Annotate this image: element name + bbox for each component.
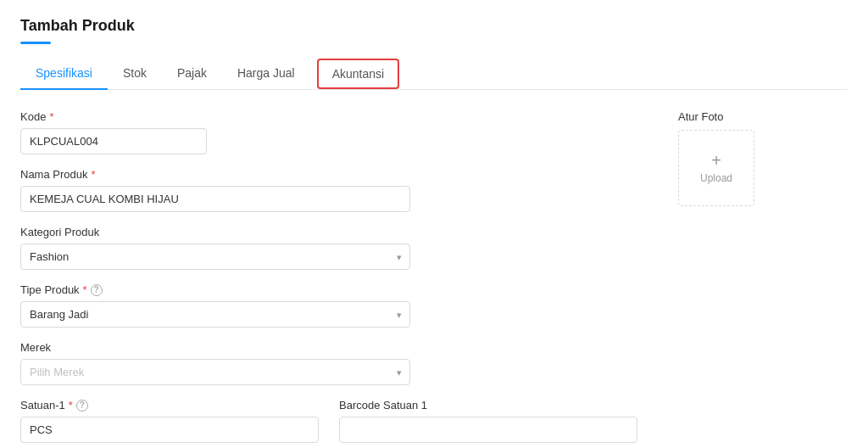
satuan-help-icon[interactable]: ? (76, 400, 88, 412)
barcode-input[interactable] (339, 417, 637, 443)
merek-label: Merek (20, 341, 637, 354)
kode-group: Kode * (20, 110, 637, 154)
upload-label: Upload (700, 172, 732, 184)
tab-stok[interactable]: Stok (108, 58, 162, 90)
page-header: Tambah Produk (20, 17, 848, 44)
kategori-select[interactable]: Fashion (20, 244, 410, 270)
satuan-barcode-row: Satuan-1 * ? Barcode Satuan 1 (20, 399, 637, 448)
page-container: Tambah Produk Spesifikasi Stok Pajak Har… (0, 0, 868, 448)
merek-select-wrapper: Pilih Merek ▾ (20, 359, 410, 385)
tipe-select-wrapper: Barang Jadi ▾ (20, 301, 410, 328)
tab-pajak[interactable]: Pajak (162, 58, 222, 90)
tipe-produk-group: Tipe Produk * ? Barang Jadi ▾ (20, 283, 637, 328)
kategori-select-wrapper: Fashion ▾ (20, 244, 410, 270)
kode-input[interactable] (20, 128, 207, 154)
merek-group: Merek Pilih Merek ▾ (20, 341, 637, 385)
upload-plus-icon: + (711, 152, 721, 169)
merek-select[interactable]: Pilih Merek (20, 359, 410, 385)
nama-produk-input[interactable] (20, 186, 410, 212)
tab-akuntansi[interactable]: Akuntansi (317, 59, 399, 89)
form-right: Atur Foto + Upload (678, 110, 848, 448)
form-layout: Kode * Nama Produk * Kategori Produk (20, 110, 848, 448)
satuan-group: Satuan-1 * ? (20, 399, 319, 443)
tipe-required: * (83, 283, 87, 296)
satuan-required: * (69, 399, 73, 412)
title-underline (20, 42, 51, 44)
form-left: Kode * Nama Produk * Kategori Produk (20, 110, 637, 448)
barcode-group: Barcode Satuan 1 (339, 399, 637, 443)
tipe-help-icon[interactable]: ? (91, 284, 103, 296)
atur-foto-label: Atur Foto (678, 110, 848, 123)
kategori-group: Kategori Produk Fashion ▾ (20, 226, 637, 270)
nama-required: * (91, 168, 95, 181)
kategori-label: Kategori Produk (20, 226, 637, 238)
kode-label: Kode * (20, 110, 637, 123)
nama-produk-group: Nama Produk * (20, 168, 637, 212)
page-title: Tambah Produk (20, 17, 848, 35)
tabs-container: Spesifikasi Stok Pajak Harga Jual Akunta… (20, 58, 848, 90)
kode-required: * (49, 110, 53, 123)
nama-produk-label: Nama Produk * (20, 168, 637, 181)
tipe-produk-label: Tipe Produk * ? (20, 283, 637, 296)
satuan-input[interactable] (20, 417, 319, 443)
tab-harga-jual[interactable]: Harga Jual (222, 58, 310, 90)
tab-spesifikasi[interactable]: Spesifikasi (20, 58, 108, 90)
satuan-label: Satuan-1 * ? (20, 399, 319, 412)
barcode-label: Barcode Satuan 1 (339, 399, 637, 412)
upload-area[interactable]: + Upload (678, 130, 754, 206)
tipe-select[interactable]: Barang Jadi (20, 301, 410, 328)
